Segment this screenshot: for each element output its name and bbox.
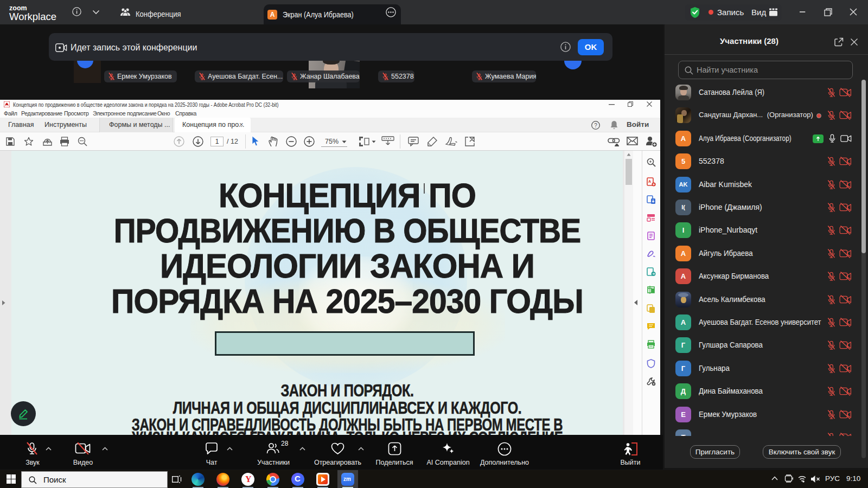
svg-text:A: A [648,179,651,183]
svg-text:?: ? [594,123,597,129]
